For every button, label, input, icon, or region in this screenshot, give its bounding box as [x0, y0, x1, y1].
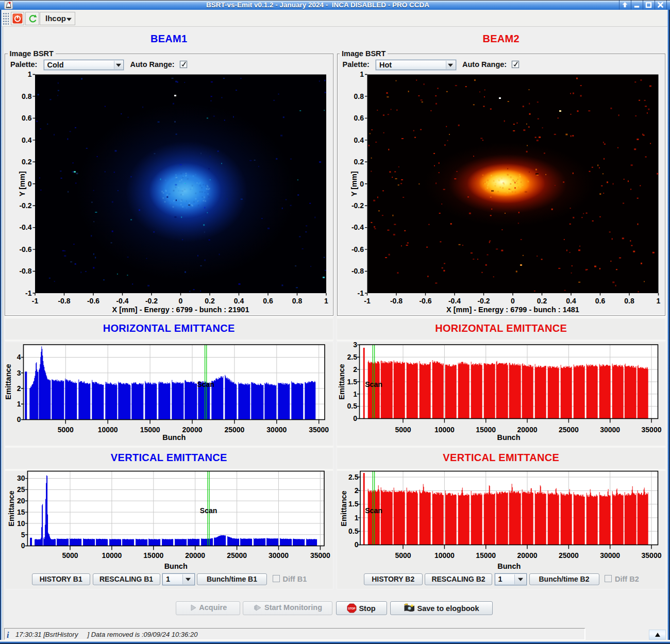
- svg-text:15000: 15000: [140, 426, 160, 434]
- svg-text:-1: -1: [364, 297, 371, 305]
- svg-text:2: 2: [353, 365, 357, 374]
- svg-text:-0.2: -0.2: [145, 297, 158, 305]
- svg-text:0.2: 0.2: [354, 158, 364, 166]
- svg-text:-0.2: -0.2: [351, 201, 364, 210]
- svg-text:1.5: 1.5: [348, 500, 359, 508]
- svg-text:10000: 10000: [434, 426, 455, 434]
- svg-text:15000: 15000: [143, 551, 163, 560]
- svg-text:-0.6: -0.6: [19, 245, 31, 253]
- svg-text:30000: 30000: [269, 551, 289, 560]
- svg-text:0.2: 0.2: [205, 297, 215, 305]
- svg-text:15000: 15000: [476, 551, 496, 560]
- svg-text:2.5: 2.5: [347, 353, 358, 361]
- svg-text:0.6: 0.6: [595, 297, 606, 305]
- svg-text:0: 0: [353, 414, 357, 422]
- svg-text:25000: 25000: [227, 551, 247, 560]
- svg-text:Bunch: Bunch: [497, 562, 521, 570]
- svg-text:10: 10: [17, 519, 25, 528]
- svg-text:Scan: Scan: [365, 380, 382, 388]
- svg-text:-0.4: -0.4: [116, 297, 128, 305]
- svg-text:Bunch: Bunch: [164, 562, 188, 570]
- svg-text:1: 1: [324, 297, 328, 305]
- svg-text:10000: 10000: [434, 551, 455, 560]
- svg-text:0.8: 0.8: [354, 92, 364, 100]
- svg-text:0.2: 0.2: [537, 297, 547, 305]
- svg-text:0.6: 0.6: [354, 114, 364, 122]
- svg-text:0.8: 0.8: [624, 297, 634, 305]
- svg-text:0.5: 0.5: [347, 402, 358, 410]
- svg-text:30: 30: [17, 474, 25, 482]
- svg-text:1: 1: [353, 390, 357, 398]
- svg-text:5000: 5000: [58, 426, 74, 434]
- svg-text:Emittance: Emittance: [340, 490, 348, 526]
- svg-text:-0.8: -0.8: [390, 297, 403, 305]
- svg-text:1.5: 1.5: [347, 378, 358, 386]
- svg-text:15000: 15000: [476, 426, 496, 434]
- svg-text:5000: 5000: [62, 551, 78, 560]
- svg-text:1: 1: [28, 70, 32, 78]
- svg-text:1: 1: [657, 297, 661, 305]
- svg-text:-0.8: -0.8: [351, 267, 364, 275]
- svg-text:0.4: 0.4: [234, 297, 244, 305]
- svg-text:Emittance: Emittance: [4, 364, 12, 399]
- svg-text:10000: 10000: [102, 551, 122, 560]
- svg-text:5000: 5000: [395, 551, 411, 560]
- svg-text:20000: 20000: [517, 551, 538, 560]
- svg-text:2.5: 2.5: [348, 473, 359, 481]
- svg-text:35000: 35000: [642, 426, 662, 434]
- svg-text:25000: 25000: [559, 551, 579, 560]
- svg-text:0.4: 0.4: [566, 297, 576, 305]
- svg-text:0: 0: [179, 297, 183, 305]
- svg-text:25: 25: [17, 485, 25, 494]
- svg-text:Emittance: Emittance: [7, 490, 15, 526]
- svg-text:0: 0: [28, 180, 32, 188]
- svg-text:3: 3: [17, 369, 21, 377]
- svg-text:0.5: 0.5: [348, 527, 359, 535]
- svg-text:-0.8: -0.8: [58, 297, 70, 305]
- svg-text:25000: 25000: [559, 426, 579, 434]
- svg-text:0.8: 0.8: [292, 297, 303, 305]
- svg-text:0.2: 0.2: [22, 158, 32, 166]
- svg-text:0: 0: [360, 180, 364, 188]
- svg-text:0: 0: [17, 415, 21, 423]
- svg-text:0.8: 0.8: [22, 92, 32, 100]
- svg-text:0.4: 0.4: [354, 136, 364, 144]
- svg-text:-0.4: -0.4: [448, 297, 461, 305]
- svg-text:30000: 30000: [600, 426, 620, 434]
- svg-text:X [mm] - Energy : 6799 - bunch: X [mm] - Energy : 6799 - bunch : 21901: [112, 306, 249, 314]
- svg-text:-0.2: -0.2: [19, 201, 31, 210]
- svg-text:30000: 30000: [266, 426, 287, 434]
- svg-text:-1: -1: [358, 289, 364, 297]
- svg-text:-0.2: -0.2: [477, 297, 490, 305]
- svg-text:-0.6: -0.6: [419, 297, 431, 305]
- svg-text:-0.4: -0.4: [351, 223, 364, 231]
- svg-text:STOP: STOP: [348, 607, 356, 610]
- svg-text:0: 0: [21, 541, 25, 550]
- svg-text:Scan: Scan: [197, 380, 214, 388]
- svg-text:4: 4: [17, 353, 21, 361]
- svg-text:-1: -1: [32, 297, 39, 305]
- svg-text:-0.6: -0.6: [351, 245, 364, 253]
- svg-text:35000: 35000: [642, 551, 662, 560]
- svg-text:Y [mm]: Y [mm]: [18, 171, 26, 196]
- svg-text:1: 1: [17, 400, 21, 408]
- svg-text:Y [mm]: Y [mm]: [350, 171, 359, 196]
- svg-text:2: 2: [17, 384, 21, 393]
- svg-text:0.6: 0.6: [22, 114, 32, 122]
- svg-text:15: 15: [17, 508, 25, 516]
- svg-text:5: 5: [21, 531, 25, 539]
- svg-text:35000: 35000: [310, 551, 330, 560]
- svg-text:3: 3: [353, 341, 357, 349]
- svg-text:0: 0: [511, 297, 515, 305]
- svg-text:-0.8: -0.8: [19, 267, 31, 275]
- svg-text:35000: 35000: [309, 426, 329, 434]
- svg-text:1: 1: [360, 70, 364, 78]
- svg-text:Bunch: Bunch: [497, 433, 520, 442]
- svg-text:20: 20: [17, 497, 25, 505]
- svg-text:X [mm] - Energy : 6799 - bunch: X [mm] - Energy : 6799 - bunch : 1481: [446, 306, 579, 314]
- svg-text:-0.6: -0.6: [87, 297, 99, 305]
- svg-text:Bunch: Bunch: [162, 433, 186, 442]
- svg-text:30000: 30000: [600, 551, 620, 560]
- svg-text:-1: -1: [25, 289, 32, 297]
- svg-text:20000: 20000: [185, 551, 205, 560]
